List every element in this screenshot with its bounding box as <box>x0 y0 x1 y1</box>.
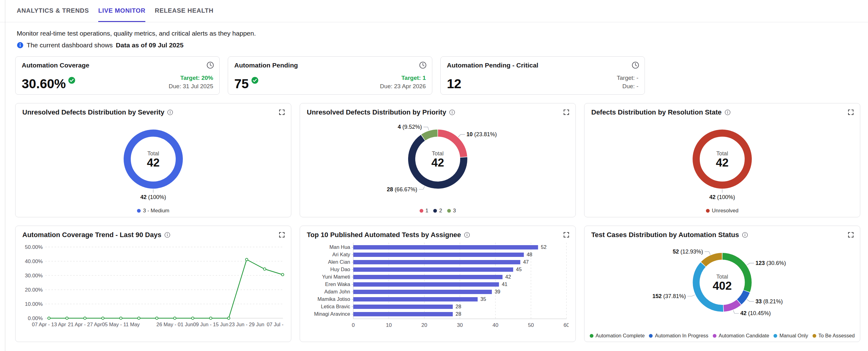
info-icon[interactable] <box>167 109 173 115</box>
legend-item[interactable]: Unresolved <box>706 208 739 214</box>
svg-text:09 Jun - 15 Jun: 09 Jun - 15 Jun <box>193 322 228 327</box>
bar[interactable] <box>353 297 477 302</box>
data-point[interactable] <box>120 317 122 319</box>
tab-live-monitor[interactable]: LIVE MONITOR <box>98 0 145 22</box>
legend-item[interactable]: 3 <box>447 208 456 214</box>
data-point[interactable] <box>245 258 248 260</box>
svg-text:20: 20 <box>422 322 427 328</box>
data-point[interactable] <box>174 317 176 319</box>
coverage-trend-chart[interactable]: 0.00%10.00%20.00%30.00%40.00%50.00%07 Ap… <box>22 240 284 333</box>
donut-callout-label: 42 (100%) <box>141 194 166 200</box>
legend-item[interactable]: Manual Only <box>774 333 808 339</box>
tab-release-health[interactable]: RELEASE HEALTH <box>155 0 213 22</box>
chart-card-automation-status-donut: Test Cases Distribution by Automation St… <box>584 225 860 342</box>
legend-item[interactable]: Automation Complete <box>590 333 645 339</box>
info-icon[interactable] <box>164 232 170 238</box>
data-point[interactable] <box>48 317 50 319</box>
bar-category-label: Man Hua <box>330 244 350 250</box>
legend-item[interactable]: Automation In Progress <box>649 333 708 339</box>
kpi-card-automation-pending-critical: Automation Pending - Critical 12 Target:… <box>440 56 645 95</box>
bar[interactable] <box>353 312 453 316</box>
info-icon[interactable] <box>724 109 731 115</box>
bar[interactable] <box>353 282 499 287</box>
legend-item[interactable]: Automation Candidate <box>713 333 769 339</box>
data-point[interactable] <box>84 317 86 319</box>
clock-icon[interactable] <box>631 61 640 69</box>
svg-text:30: 30 <box>457 322 463 328</box>
bar[interactable] <box>353 305 453 309</box>
expand-icon[interactable] <box>563 109 570 116</box>
chart-legend: 3 - Medium <box>16 208 291 214</box>
svg-text:40: 40 <box>492 322 498 328</box>
svg-text:20.00%: 20.00% <box>25 287 43 293</box>
svg-text:50.00%: 50.00% <box>25 244 43 250</box>
kpi-target: Target: 20% <box>168 74 213 82</box>
bar-value-label: 39 <box>495 289 500 294</box>
data-point[interactable] <box>156 317 158 319</box>
legend-item[interactable]: 1 <box>420 208 428 214</box>
bar[interactable] <box>353 245 538 249</box>
bar[interactable] <box>353 275 503 279</box>
legend-label: 1 <box>426 208 428 214</box>
legend-item[interactable]: 2 <box>433 208 442 214</box>
bar[interactable] <box>353 268 513 272</box>
donut-segment[interactable] <box>423 133 438 137</box>
svg-text:21 Apr - 27 Apr: 21 Apr - 27 Apr <box>68 322 102 327</box>
data-point[interactable] <box>137 317 140 319</box>
bar-category-label: Eren Waka <box>325 281 350 287</box>
legend-dot <box>590 334 593 338</box>
expand-icon[interactable] <box>278 231 285 238</box>
chart-card-resolution-donut: Defects Distribution by Resolution State… <box>584 103 860 217</box>
kpi-value: 75 <box>234 77 259 91</box>
bar[interactable] <box>353 253 524 257</box>
left-divider <box>5 0 5 351</box>
svg-text:60: 60 <box>564 322 569 328</box>
chart-card-coverage-trend: Automation Coverage Trend - Last 90 Days… <box>15 225 291 342</box>
legend-label: Automation In Progress <box>655 333 708 339</box>
info-icon[interactable] <box>742 232 748 238</box>
expand-icon[interactable] <box>847 109 855 116</box>
expand-icon[interactable] <box>278 109 285 116</box>
bar[interactable] <box>353 290 492 294</box>
legend-dot <box>812 334 816 338</box>
kpi-card-automation-coverage: Automation Coverage 30.60% Target: 20% D… <box>15 56 220 95</box>
info-icon[interactable] <box>449 109 455 115</box>
legend-label: Manual Only <box>779 333 808 339</box>
svg-text:07 Apr - 13 Apr: 07 Apr - 13 Apr <box>32 322 66 327</box>
data-point[interactable] <box>66 317 68 319</box>
bar[interactable] <box>353 260 520 264</box>
data-point[interactable] <box>264 268 266 270</box>
data-point[interactable] <box>191 317 194 319</box>
expand-icon[interactable] <box>847 231 855 238</box>
assignee-bars-chart[interactable]: 0102030405060Man Hua52Ari Katy48Alen Cia… <box>307 240 569 333</box>
severity-donut-chart[interactable]: 42 (100%)Total42 <box>22 118 284 204</box>
svg-text:26 May - 01 Jun: 26 May - 01 Jun <box>156 322 193 327</box>
expand-icon[interactable] <box>563 231 570 238</box>
clock-icon[interactable] <box>418 61 427 69</box>
legend-item[interactable]: To Be Assessed <box>812 333 855 339</box>
data-point[interactable] <box>210 317 212 319</box>
legend-label: 3 - Medium <box>143 208 169 214</box>
automation-status-donut-chart[interactable]: 123 (30.6%)33 (8.21%)42 (10.45%)152 (37.… <box>591 240 853 328</box>
data-as-of-line: The current dashboard shows Data as of 0… <box>17 41 868 49</box>
legend-label: Unresolved <box>712 208 739 214</box>
priority-donut-chart[interactable]: 10 (23.81%)28 (66.67%)4 (9.52%)Total42 <box>307 118 569 204</box>
data-as-of-prefix: The current dashboard shows <box>27 41 113 49</box>
tab-analytics-trends[interactable]: ANALYTICS & TRENDS <box>17 0 89 22</box>
svg-text:40.00%: 40.00% <box>25 258 43 264</box>
bar-category-label: Adam John <box>324 289 350 294</box>
bar-category-label: Alen Cian <box>328 259 350 265</box>
legend-item[interactable]: 3 - Medium <box>137 208 169 214</box>
donut-segment[interactable] <box>723 303 739 308</box>
kpi-title: Automation Pending - Critical <box>447 62 639 69</box>
kpi-target: Target: - <box>617 74 639 82</box>
resolution-donut-chart[interactable]: 42 (100%)Total42 <box>591 118 853 204</box>
donut-segment[interactable] <box>739 291 746 302</box>
info-icon[interactable] <box>464 232 470 238</box>
data-point[interactable] <box>102 317 104 319</box>
data-point[interactable] <box>227 317 230 319</box>
donut-segment[interactable] <box>704 256 722 264</box>
data-point[interactable] <box>281 273 284 276</box>
legend-dot <box>774 334 777 338</box>
clock-icon[interactable] <box>206 61 214 69</box>
